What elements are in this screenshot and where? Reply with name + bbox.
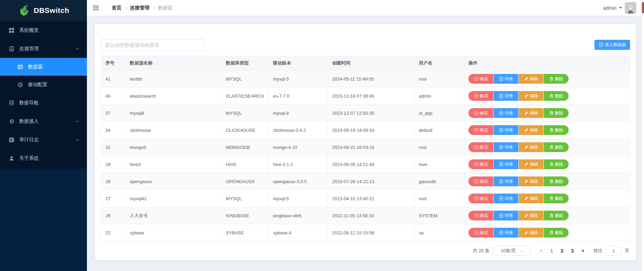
cell-user: gaussdb (415, 173, 464, 190)
goto-suffix: 页 (625, 248, 629, 254)
test-button[interactable]: 测试 (468, 74, 493, 84)
test-button[interactable]: 测试 (468, 159, 493, 169)
test-button[interactable]: 测试 (468, 194, 493, 203)
edit-button[interactable]: 编辑 (519, 228, 543, 238)
test-button[interactable]: 测试 (468, 176, 493, 186)
detail-button[interactable]: 详情 (494, 194, 518, 203)
edit-button[interactable]: 编辑 (519, 176, 543, 186)
scrollbar[interactable] (641, 0, 644, 271)
breadcrumb-home[interactable]: 首页 (112, 5, 121, 11)
cell-user: root (415, 70, 464, 87)
cell-dbtype: SYBASE (222, 224, 269, 241)
user-name[interactable]: admin (603, 5, 616, 11)
pagination: 共 25 条 10条/页 < 123 > 前往 页 (101, 246, 630, 256)
detail-button[interactable]: 详情 (494, 159, 518, 169)
sidebar-item-datasource[interactable]: 数据源 (0, 58, 87, 76)
clipboard-icon (9, 46, 15, 52)
pager-pages: 123 (550, 248, 573, 254)
sidebar-item-connection-mgmt[interactable]: 连接管理 (0, 39, 87, 58)
avatar[interactable] (625, 2, 636, 14)
breadcrumb-current: 数据源 (158, 5, 172, 11)
cell-version: mongo-4.10 (269, 139, 328, 156)
audit-log-icon (9, 137, 15, 143)
sidebar-item-driver-config[interactable]: 驱动配置 (0, 76, 87, 93)
detail-button[interactable]: 详情 (494, 176, 518, 186)
detail-button[interactable]: 详情 (494, 74, 518, 84)
cell-created: 2023-12-16 07:39:45 (328, 88, 414, 104)
delete-button[interactable]: 删除 (544, 159, 569, 169)
sidebar-item-system-overview[interactable]: 系统概览 (0, 21, 87, 39)
edit-button[interactable]: 编辑 (519, 74, 543, 84)
total-count: 共 25 条 (473, 248, 490, 254)
edit-button[interactable]: 编辑 (519, 194, 543, 203)
edit-button[interactable]: 编辑 (519, 125, 543, 135)
goto-label: 前往 (593, 248, 602, 254)
cell-name: elasticsearch (126, 88, 222, 104)
sidebar-item-data-access[interactable]: 数据接入 (0, 112, 87, 130)
test-button[interactable]: 测试 (468, 228, 493, 238)
page-size-select[interactable]: 10条/页 (493, 246, 531, 256)
next-page-button[interactable]: > (579, 248, 586, 254)
delete-button[interactable]: 删除 (544, 228, 569, 238)
cell-actions: 测试 详情 编辑 删除 (464, 105, 630, 121)
cell-version: sybase-4 (269, 224, 328, 241)
cell-user: default (415, 122, 464, 138)
table-row: 22 sybase SYBASE sybase-4 2022-08-12 15:… (101, 224, 630, 241)
delete-button[interactable]: 删除 (544, 211, 569, 220)
edit-button[interactable]: 编辑 (519, 91, 543, 101)
cell-user: root (415, 139, 464, 156)
delete-button[interactable]: 删除 (544, 91, 569, 101)
test-button[interactable]: 测试 (468, 125, 493, 135)
sidebar-item-audit-log[interactable]: 审计日志 (0, 130, 87, 149)
prev-page-button[interactable]: < (538, 248, 545, 254)
delete-button[interactable]: 删除 (544, 125, 569, 135)
sidebar-item-data-navigation[interactable]: 数据导航 (0, 93, 87, 112)
scrollbar-thumb[interactable] (642, 2, 644, 13)
test-button[interactable]: 测试 (468, 142, 493, 152)
detail-button[interactable]: 详情 (494, 142, 518, 152)
cell-created: 2023-12-07 12:55:35 (328, 105, 414, 121)
sidebar-item-about-system[interactable]: 关于系统 (0, 149, 87, 167)
sidebar-item-label: 系统概览 (19, 27, 39, 33)
add-datasource-button[interactable]: 接入数据源 (594, 40, 630, 50)
sidebar-item-label: 审计日志 (19, 137, 39, 143)
gear-icon (9, 118, 15, 125)
dashboard-grid-icon (9, 27, 15, 33)
chevron-down-icon (76, 137, 79, 141)
edit-button[interactable]: 编辑 (519, 159, 543, 169)
detail-button[interactable]: 详情 (494, 228, 518, 238)
cell-id: 27 (101, 190, 126, 207)
caret-down-icon (619, 7, 622, 9)
page-number[interactable]: 3 (571, 248, 574, 254)
cell-id: 34 (101, 122, 126, 138)
edit-button[interactable]: 编辑 (519, 108, 543, 118)
page-number[interactable]: 2 (561, 248, 563, 254)
edit-button[interactable]: 编辑 (519, 142, 543, 152)
cell-created: 2023-09-19 14:09:33 (328, 122, 414, 138)
detail-button[interactable]: 详情 (494, 211, 518, 220)
chevron-down-icon (76, 119, 79, 122)
detail-button[interactable]: 详情 (494, 91, 518, 101)
search-input[interactable] (101, 39, 204, 51)
test-button[interactable]: 测试 (468, 91, 493, 101)
page-number[interactable]: 1 (550, 248, 553, 254)
user-menu[interactable]: admin (603, 2, 636, 14)
test-button[interactable]: 测试 (468, 211, 493, 220)
goto-page-input[interactable] (606, 246, 621, 256)
detail-button[interactable]: 详情 (494, 125, 518, 135)
detail-button[interactable]: 详情 (494, 108, 518, 118)
delete-button[interactable]: 删除 (544, 176, 569, 186)
cell-actions: 测试 详情 编辑 删除 (464, 122, 630, 138)
cell-actions: 测试 详情 编辑 删除 (464, 139, 630, 156)
chevron-up-icon (76, 48, 79, 51)
edit-button[interactable]: 编辑 (519, 211, 543, 220)
delete-button[interactable]: 删除 (544, 142, 569, 152)
delete-button[interactable]: 删除 (544, 108, 569, 118)
test-button[interactable]: 测试 (468, 108, 493, 118)
sidebar-item-label: 关于系统 (19, 155, 39, 161)
delete-button[interactable]: 删除 (544, 194, 569, 203)
breadcrumb-connection-mgmt[interactable]: 连接管理 (130, 5, 149, 11)
sidebar-fold-icon[interactable] (90, 3, 102, 13)
delete-button[interactable]: 删除 (544, 74, 569, 84)
cell-name: opengauss (126, 173, 222, 190)
